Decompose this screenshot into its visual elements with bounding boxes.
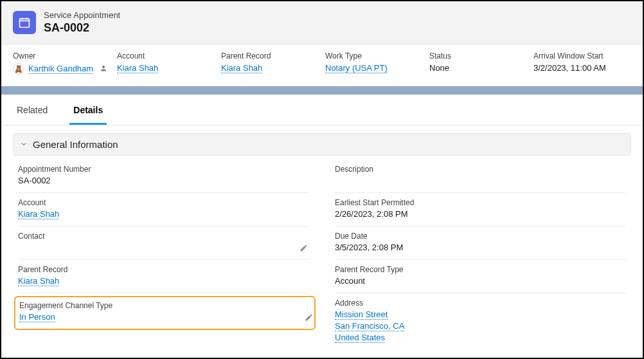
- field-address: Address Mission Street San Francisco, CA…: [335, 293, 626, 349]
- field-engagement-channel-type-label: Engagement Channel Type: [19, 301, 310, 310]
- field-due-date: Due Date 3/5/2023, 2:08 PM: [335, 226, 626, 260]
- tab-details[interactable]: Details: [69, 96, 107, 125]
- field-due-date-label: Due Date: [335, 232, 626, 241]
- section-general-information[interactable]: General Information: [13, 133, 631, 156]
- address-line2[interactable]: San Francisco, CA: [335, 321, 404, 331]
- summary-account: Account Kiara Shah: [117, 51, 215, 75]
- field-earliest-start-label: Earliest Start Permitted: [335, 198, 626, 207]
- field-parent-record-type: Parent Record Type Account: [335, 260, 626, 293]
- summary-arrival-label: Arrival Window Start: [533, 51, 631, 60]
- summary-parent-record: Parent Record Kiara Shah: [221, 51, 319, 75]
- summary-owner: Owner 🧸 Karthik Gandham: [13, 51, 111, 75]
- field-parent-record-link[interactable]: Kiara Shah: [18, 276, 59, 286]
- edit-contact-icon[interactable]: [300, 244, 308, 254]
- svg-rect-0: [20, 19, 30, 27]
- field-earliest-start: Earliest Start Permitted 2/26/2023, 2:08…: [335, 193, 626, 226]
- detail-tabs: Related Details: [1, 95, 643, 125]
- summary-work-type-label: Work Type: [325, 51, 423, 60]
- field-address-label: Address: [335, 299, 626, 308]
- summary-arrival: Arrival Window Start 3/2/2023, 11:00 AM: [533, 51, 631, 75]
- field-engagement-channel-type-link[interactable]: In Person: [19, 312, 55, 322]
- field-contact-label: Contact: [18, 232, 309, 241]
- record-title: SA-0002: [44, 21, 120, 35]
- summary-work-type-link[interactable]: Notary (USA PT): [325, 63, 388, 73]
- chevron-down-icon: [20, 139, 28, 150]
- change-owner-icon[interactable]: [100, 64, 107, 74]
- summary-work-type: Work Type Notary (USA PT): [325, 51, 423, 75]
- summary-parent-record-link[interactable]: Kiara Shah: [221, 63, 262, 73]
- details-grid: Appointment Number SA-0002 Account Kiara…: [13, 156, 631, 349]
- field-account-link[interactable]: Kiara Shah: [18, 209, 59, 219]
- field-contact: Contact: [18, 226, 309, 260]
- field-appointment-number-label: Appointment Number: [18, 165, 309, 174]
- summary-account-link[interactable]: Kiara Shah: [117, 63, 158, 73]
- owner-link[interactable]: Karthik Gandham: [28, 64, 93, 74]
- field-earliest-start-value: 2/26/2023, 2:08 PM: [335, 209, 626, 221]
- field-appointment-number: Appointment Number SA-0002: [18, 160, 309, 193]
- record-type-label: Service Appointment: [44, 10, 120, 20]
- summary-status-value: None: [429, 63, 527, 73]
- address-line1[interactable]: Mission Street: [335, 309, 388, 320]
- tab-related[interactable]: Related: [13, 96, 51, 125]
- summary-status: Status None: [429, 51, 527, 75]
- field-account: Account Kiara Shah: [18, 193, 309, 226]
- record-header: Service Appointment SA-0002: [1, 1, 643, 45]
- summary-parent-record-label: Parent Record: [221, 51, 319, 60]
- summary-row: Owner 🧸 Karthik Gandham Account Kiara Sh…: [1, 45, 643, 86]
- field-parent-record-type-label: Parent Record Type: [335, 265, 626, 274]
- summary-status-label: Status: [429, 51, 527, 60]
- field-engagement-channel-type-highlight: Engagement Channel Type In Person: [14, 296, 316, 330]
- field-description-value: [335, 176, 626, 187]
- field-contact-value: [18, 243, 309, 254]
- field-account-label: Account: [18, 198, 309, 207]
- field-description-label: Description: [335, 165, 626, 174]
- field-description: Description: [335, 160, 626, 193]
- details-left-column: Appointment Number SA-0002 Account Kiara…: [18, 160, 309, 349]
- edit-engagement-channel-icon[interactable]: [305, 313, 313, 324]
- field-due-date-value: 3/5/2023, 2:08 PM: [335, 243, 626, 254]
- section-title: General Information: [33, 139, 118, 150]
- field-appointment-number-value: SA-0002: [18, 176, 309, 187]
- field-parent-record-type-value: Account: [335, 276, 626, 288]
- divider-band: [1, 86, 643, 95]
- service-appointment-icon: [13, 11, 36, 34]
- details-right-column: Description Earliest Start Permitted 2/2…: [335, 160, 626, 349]
- owner-avatar-icon: 🧸: [13, 63, 24, 75]
- summary-owner-label: Owner: [13, 51, 111, 60]
- address-line3[interactable]: United States: [335, 333, 385, 343]
- summary-account-label: Account: [117, 51, 215, 60]
- summary-arrival-value: 3/2/2023, 11:00 AM: [533, 63, 631, 73]
- header-texts: Service Appointment SA-0002: [44, 10, 120, 35]
- field-parent-record: Parent Record Kiara Shah: [18, 260, 309, 293]
- field-parent-record-label: Parent Record: [18, 265, 309, 274]
